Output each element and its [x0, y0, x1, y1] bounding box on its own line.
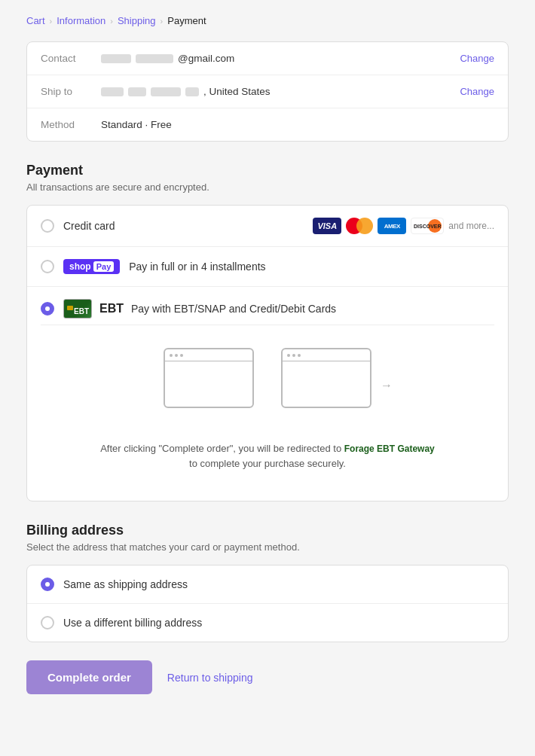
shipto-value: , United States	[101, 86, 460, 97]
different-address-radio[interactable]	[41, 616, 54, 629]
shoppay-shop-text: shop	[69, 261, 91, 272]
summary-contact-row: Contact @gmail.com Change	[27, 42, 508, 75]
summary-shipto-row: Ship to , United States Change	[27, 75, 508, 108]
contact-change-link[interactable]: Change	[460, 53, 494, 64]
payment-options: Credit card VISA AMEX DISCOVER and more.…	[26, 205, 509, 501]
and-more-text: and more...	[448, 221, 494, 231]
ebt-radio[interactable]	[41, 302, 54, 316]
billing-title: Billing address	[26, 523, 509, 538]
ebt-option-header: EBT EBT Pay with EBT/SNAP and Credit/Deb…	[41, 299, 494, 319]
visa-icon: VISA	[313, 218, 341, 234]
page-wrapper: Cart › Information › Shipping › Payment …	[0, 0, 535, 756]
method-label: Method	[41, 119, 101, 130]
billing-options: Same as shipping address Use a different…	[26, 565, 509, 642]
shipto-country: , United States	[203, 86, 271, 97]
breadcrumb-sep-1: ›	[50, 17, 53, 26]
shoppay-pay-text: Pay	[93, 261, 115, 272]
browser-window-icon	[164, 348, 254, 408]
summary-method-row: Method Standard · Free	[27, 108, 508, 141]
ebt-content: EBT EBT Pay with EBT/SNAP and Credit/Deb…	[63, 299, 336, 319]
browser-titlebar	[165, 349, 252, 361]
ebt-card-label: EBT	[74, 307, 89, 316]
breadcrumb-information[interactable]: Information	[57, 15, 105, 26]
browser-dot-6	[298, 354, 301, 357]
mastercard-icon	[346, 218, 373, 234]
redacted-addr-2	[128, 87, 146, 96]
breadcrumb-payment: Payment	[167, 15, 206, 26]
redacted-addr-3	[151, 87, 181, 96]
redirect-text-after: to complete your purchase securely.	[189, 458, 346, 469]
shoppay-label: Pay in full or in 4 installments	[129, 261, 494, 273]
browser-dot-3	[180, 354, 183, 357]
payment-title: Payment	[26, 163, 509, 178]
payment-option-shoppay[interactable]: shop Pay Pay in full or in 4 installment…	[27, 247, 508, 287]
shoppay-badge: shop Pay	[63, 259, 120, 274]
shipto-change-link[interactable]: Change	[460, 86, 494, 97]
payment-option-credit-card[interactable]: Credit card VISA AMEX DISCOVER and more.…	[27, 206, 508, 247]
redirect-box: → After clicking "Complete order", you w…	[41, 325, 494, 489]
ebt-label-text: EBT	[99, 302, 124, 316]
complete-order-button[interactable]: Complete order	[26, 660, 152, 694]
redirect-arrow-icon: →	[381, 379, 393, 392]
billing-different-address[interactable]: Use a different billing address	[27, 604, 508, 642]
breadcrumb-shipping[interactable]: Shipping	[118, 15, 156, 26]
redirect-description: After clicking "Complete order", you wil…	[100, 441, 435, 471]
browser-dot-5	[292, 354, 295, 357]
summary-card: Contact @gmail.com Change Ship to , Unit…	[26, 41, 509, 142]
redacted-addr-4	[185, 87, 199, 96]
payment-option-ebt[interactable]: EBT EBT Pay with EBT/SNAP and Credit/Deb…	[27, 287, 508, 501]
payment-subtitle: All transactions are secure and encrypte…	[26, 181, 509, 193]
ebt-description: Pay with EBT/SNAP and Credit/Debit Cards	[131, 303, 336, 315]
redacted-email-1	[101, 54, 131, 63]
card-icons: VISA AMEX DISCOVER and more...	[313, 218, 494, 234]
browser-dot-4	[287, 354, 290, 357]
different-address-label: Use a different billing address	[63, 617, 494, 629]
discover-icon: DISCOVER	[411, 218, 444, 234]
redacted-email-2	[136, 54, 173, 63]
ebt-card-chip	[67, 306, 73, 310]
browser-titlebar-2	[283, 349, 370, 361]
breadcrumb-cart[interactable]: Cart	[26, 15, 45, 26]
billing-same-as-shipping[interactable]: Same as shipping address	[27, 565, 508, 604]
breadcrumb: Cart › Information › Shipping › Payment	[26, 15, 509, 26]
same-as-shipping-label: Same as shipping address	[63, 578, 494, 590]
browser-dot-2	[175, 354, 178, 357]
shoppay-radio[interactable]	[41, 260, 54, 273]
same-as-shipping-radio[interactable]	[41, 578, 54, 591]
redirect-brand: Forage EBT Gateway	[344, 444, 435, 454]
contact-email-domain: @gmail.com	[178, 53, 234, 64]
breadcrumb-sep-2: ›	[110, 17, 113, 26]
ebt-card-image: EBT	[63, 299, 92, 319]
browser-window-icon-2	[281, 348, 371, 408]
credit-card-radio[interactable]	[41, 219, 54, 233]
amex-icon: AMEX	[378, 218, 406, 234]
billing-subtitle: Select the address that matches your car…	[26, 541, 509, 553]
method-value: Standard · Free	[101, 119, 494, 130]
redirect-text-before: After clicking "Complete order", you wil…	[100, 443, 341, 454]
breadcrumb-sep-3: ›	[160, 17, 164, 26]
return-to-shipping-link[interactable]: Return to shipping	[167, 672, 253, 684]
shipto-label: Ship to	[41, 86, 101, 97]
actions-bar: Complete order Return to shipping	[26, 660, 509, 694]
browser-dot-1	[170, 354, 173, 357]
credit-card-label: Credit card	[63, 220, 313, 232]
contact-label: Contact	[41, 53, 101, 64]
redacted-addr-1	[101, 87, 124, 96]
contact-value: @gmail.com	[101, 53, 460, 64]
